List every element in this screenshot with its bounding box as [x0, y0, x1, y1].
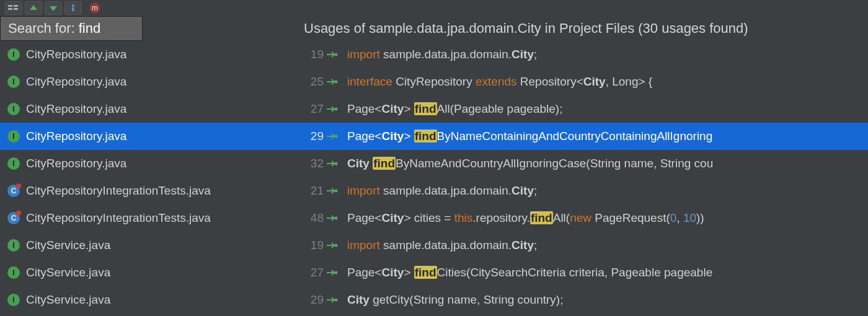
svg-rect-0: [8, 5, 12, 7]
result-row[interactable]: ICityService.java27Page<City> findCities…: [0, 259, 868, 286]
inherit-icon: [324, 132, 341, 141]
svg-point-14: [335, 271, 338, 274]
line-number: 19: [299, 239, 324, 252]
code-snippet: import sample.data.jpa.domain.City;: [347, 48, 537, 61]
tool-btn-1[interactable]: [5, 1, 22, 15]
code-snippet: import sample.data.jpa.domain.City;: [347, 239, 537, 252]
file-name: CityService.java: [26, 239, 299, 252]
file-name: CityRepository.java: [26, 48, 299, 61]
file-name: CityService.java: [26, 266, 299, 279]
svg-point-12: [335, 217, 338, 220]
svg-point-13: [335, 244, 338, 247]
usages-title: Usages of sample.data.jpa.domain.City in…: [143, 20, 868, 37]
svg-point-7: [335, 81, 338, 84]
line-number: 29: [299, 129, 324, 143]
code-snippet: Page<City> findCities(CitySearchCriteria…: [347, 266, 712, 279]
svg-rect-2: [14, 5, 18, 7]
info-button[interactable]: [64, 1, 82, 15]
code-snippet: import sample.data.jpa.domain.City;: [347, 184, 537, 198]
line-number: 48: [299, 211, 324, 225]
search-bar: Search for: find: [0, 16, 143, 41]
m-badge-icon: m: [89, 2, 100, 14]
results-list: ICityRepository.java19import sample.data…: [0, 41, 868, 314]
interface-icon: I: [7, 48, 20, 61]
code-snippet: City getCity(String name, String country…: [347, 293, 563, 307]
header: Search for: find Usages of sample.data.j…: [0, 16, 868, 41]
interface-icon: I: [7, 103, 20, 115]
code-snippet: City findByNameAndCountryAllIgnoringCase…: [347, 157, 713, 170]
file-name: CityService.java: [26, 293, 299, 307]
class-icon: C: [7, 212, 20, 224]
interface-icon: I: [7, 157, 20, 170]
file-name: CityRepository.java: [26, 157, 299, 170]
svg-rect-1: [8, 8, 12, 10]
svg-point-10: [335, 162, 338, 165]
svg-point-6: [335, 53, 338, 56]
result-row[interactable]: ICityRepository.java27Page<City> findAll…: [0, 95, 868, 123]
inherit-icon: [324, 105, 341, 113]
interface-icon: I: [7, 130, 20, 143]
interface-icon: I: [7, 294, 20, 306]
svg-point-15: [335, 299, 338, 302]
line-number: 21: [299, 184, 324, 198]
file-name: CityRepository.java: [26, 102, 299, 116]
line-number: 29: [299, 293, 324, 307]
interface-icon: I: [7, 266, 20, 279]
inherit-icon: [324, 241, 341, 250]
result-row[interactable]: ICityRepository.java29Page<City> findByN…: [0, 123, 868, 150]
file-name: CityRepository.java: [26, 75, 299, 89]
code-snippet: Page<City> findByNameContainingAndCountr…: [347, 129, 712, 143]
code-snippet: Page<City> cities = this.repository.find…: [347, 211, 704, 225]
file-name: CityRepositoryIntegrationTests.java: [26, 211, 299, 225]
inherit-icon: [324, 50, 341, 59]
svg-rect-5: [73, 7, 74, 11]
line-number: 25: [299, 75, 324, 89]
svg-point-8: [335, 108, 338, 111]
result-row[interactable]: ICityRepository.java19import sample.data…: [0, 41, 868, 68]
line-number: 32: [299, 157, 324, 170]
file-name: CityRepository.java: [26, 129, 299, 143]
next-occurrence-button[interactable]: [45, 1, 62, 15]
code-snippet: interface CityRepository extends Reposit…: [347, 75, 652, 89]
code-snippet: Page<City> findAll(Pageable pageable);: [347, 102, 562, 116]
result-row[interactable]: CCityRepositoryIntegrationTests.java21im…: [0, 177, 868, 204]
inherit-icon: [324, 214, 341, 222]
class-icon: C: [7, 185, 20, 197]
line-number: 27: [299, 266, 324, 279]
interface-icon: I: [7, 76, 20, 88]
result-row[interactable]: ICityRepository.java32City findByNameAnd…: [0, 150, 868, 177]
svg-point-9: [335, 135, 338, 138]
inherit-icon: [324, 187, 341, 195]
inherit-icon: [324, 77, 341, 86]
inherit-icon: [324, 159, 341, 168]
result-row[interactable]: ICityService.java19import sample.data.jp…: [0, 232, 868, 259]
search-query: find: [79, 20, 100, 36]
svg-rect-3: [14, 8, 18, 10]
svg-point-4: [72, 4, 74, 7]
inherit-icon: [324, 268, 341, 277]
inherit-icon: [324, 296, 341, 304]
line-number: 19: [299, 48, 324, 61]
search-prefix: Search for:: [8, 20, 75, 36]
result-row[interactable]: ICityRepository.java25interface CityRepo…: [0, 68, 868, 95]
line-number: 27: [299, 102, 324, 116]
svg-point-11: [335, 190, 338, 193]
interface-icon: I: [7, 239, 20, 252]
prev-occurrence-button[interactable]: [25, 1, 42, 15]
result-row[interactable]: ICityService.java29City getCity(String n…: [0, 286, 868, 314]
result-row[interactable]: CCityRepositoryIntegrationTests.java48Pa…: [0, 204, 868, 232]
toolbar: m: [0, 0, 868, 16]
file-name: CityRepositoryIntegrationTests.java: [26, 184, 299, 198]
